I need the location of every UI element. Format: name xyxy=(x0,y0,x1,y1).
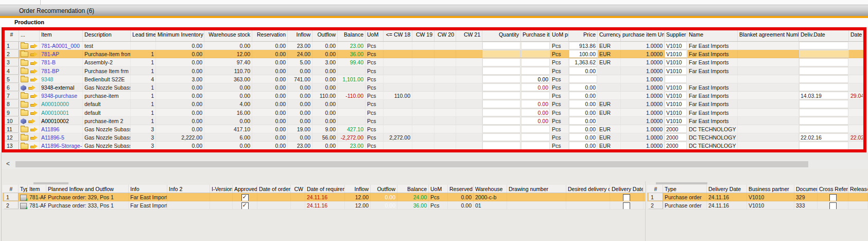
unchecked-checkbox[interactable] xyxy=(623,202,630,209)
planned-header-num[interactable]: # xyxy=(4,185,19,193)
production-cell-deliv[interactable] xyxy=(799,83,849,91)
planned-header-uom[interactable]: UoM xyxy=(429,185,448,193)
table-row[interactable]: 11A11896Gas Nozzle Subassembly30.00417.1… xyxy=(5,125,863,133)
mini-scrollbar-right[interactable] xyxy=(656,182,707,184)
production-cell-price[interactable]: 913.86 xyxy=(569,42,598,49)
production-cell-supplier[interactable]: V1010 xyxy=(665,42,687,49)
production-cell-price[interactable]: 0.00 xyxy=(569,142,598,149)
checked-checkbox[interactable] xyxy=(241,194,249,201)
production-cell-deliv[interactable] xyxy=(799,67,849,75)
production-cell-deliv[interactable] xyxy=(799,109,849,116)
production-cell-price[interactable] xyxy=(569,75,598,83)
unchecked-checkbox[interactable] xyxy=(829,194,837,201)
planned-header-approved[interactable]: Approved xyxy=(233,185,257,193)
production-cell-purch[interactable]: 0.00 xyxy=(521,100,550,108)
production-cell-qty[interactable] xyxy=(482,92,521,99)
production-header-cw21[interactable]: CW 21 xyxy=(456,30,482,41)
production-cell-deliv[interactable] xyxy=(799,142,849,149)
production-cell-qty[interactable] xyxy=(482,75,521,83)
production-header-resv[interactable]: Reservation xyxy=(252,30,288,41)
production-cell-supplier[interactable]: V1010 xyxy=(665,92,687,99)
production-cell-supplier[interactable]: V1010 xyxy=(665,50,687,58)
production-cell-purch[interactable]: 0.00 xyxy=(521,117,550,125)
production-header-uompu[interactable]: UoM purchase xyxy=(550,30,569,41)
window-titlebar[interactable]: Order Recommendation (6) xyxy=(0,5,868,16)
table-row[interactable]: 8A00010000default10.004.000.000.000.00Pc… xyxy=(5,100,863,108)
horizontal-scrollbar[interactable]: < xyxy=(2,160,868,169)
production-cell-qty[interactable] xyxy=(482,58,521,66)
item-link[interactable]: A11896-Storage-Rela xyxy=(40,142,83,149)
production-header-deliv[interactable]: Deliv.Date xyxy=(799,30,849,41)
production-cell-purch[interactable] xyxy=(521,58,550,66)
production-cell-supplier[interactable]: V1010 xyxy=(665,67,687,75)
table-row[interactable]: 1Purchase order24.11.16V1010329 xyxy=(647,193,868,201)
table-row[interactable]: 3781-BAssembly-210.0097.400.005.003.0099… xyxy=(5,58,863,66)
production-cell-qty[interactable] xyxy=(482,133,521,141)
link-arrow-icon[interactable] xyxy=(30,102,38,107)
production-cell-qty[interactable] xyxy=(482,67,521,75)
production-header-cw20[interactable]: CW 20 xyxy=(435,30,456,41)
link-arrow-icon[interactable] xyxy=(30,135,38,140)
production-cell-deliv[interactable] xyxy=(799,58,849,66)
link-arrow-icon[interactable] xyxy=(30,52,38,57)
planned-header-item[interactable]: Item xyxy=(28,185,46,193)
production-cell-deliv[interactable] xyxy=(799,100,849,108)
production-cell-qty[interactable] xyxy=(482,125,521,133)
production-cell-supplier[interactable]: V1010 xyxy=(665,58,687,66)
production-cell-purch[interactable]: 0.00 xyxy=(521,83,550,91)
link-arrow-icon[interactable] xyxy=(30,94,38,98)
production-header-dateo[interactable]: Date of xyxy=(849,30,863,41)
item-link[interactable]: A00010001 xyxy=(40,109,83,116)
production-header-num[interactable]: # xyxy=(5,30,19,41)
production-header-blanket[interactable]: Blanket agreement Number xyxy=(738,30,799,41)
production-cell-deliv[interactable]: 22.02.16 xyxy=(799,133,849,141)
production-cell-price[interactable]: 100.00 xyxy=(569,50,598,58)
table-row[interactable]: 1781-A0001_000test0.000.000.0023.000.002… xyxy=(5,42,863,50)
production-header-supplier[interactable]: Supplier xyxy=(665,30,687,41)
production-cell-purch[interactable] xyxy=(521,125,550,133)
production-cell-qty[interactable] xyxy=(482,83,521,91)
planned-header-desired[interactable]: Desired delivery date xyxy=(566,185,610,193)
production-cell-price[interactable]: 1,363.62 xyxy=(569,58,598,66)
production-cell-supplier[interactable] xyxy=(665,75,687,83)
production-cell-purch[interactable] xyxy=(521,67,550,75)
item-link[interactable]: 781-A0001_000 xyxy=(40,42,83,49)
unchecked-checkbox[interactable] xyxy=(829,202,837,209)
production-header-price[interactable]: Price xyxy=(569,30,598,41)
unchecked-checkbox[interactable] xyxy=(623,194,630,201)
item-link[interactable]: 9348 xyxy=(40,75,83,83)
production-header-purch[interactable]: Purchase item xyxy=(521,30,550,41)
production-header-name[interactable]: Name xyxy=(687,30,738,41)
documents-header-num[interactable]: # xyxy=(649,185,663,193)
production-cell-price[interactable]: 0.00 xyxy=(569,125,598,133)
production-cell-price[interactable]: 0.00 xyxy=(569,92,598,99)
production-cell-purch[interactable]: 0.00 xyxy=(521,109,550,116)
documents-cell-xref[interactable] xyxy=(818,193,848,201)
link-arrow-icon[interactable] xyxy=(30,69,38,74)
production-header-qty[interactable]: Quantity xyxy=(482,30,521,41)
production-header-desc[interactable]: Description xyxy=(83,30,131,41)
table-row[interactable]: 2781-APPurchase-Item from10.0012.000.002… xyxy=(5,50,863,58)
production-header-curr[interactable]: Currency xyxy=(598,30,621,41)
production-cell-deliv[interactable] xyxy=(799,75,849,83)
production-cell-price[interactable]: 0.00 xyxy=(569,67,598,75)
link-arrow-icon[interactable] xyxy=(30,44,38,48)
mini-scrollbar-left[interactable] xyxy=(33,182,68,184)
scroll-left-arrow[interactable]: < xyxy=(6,160,10,167)
documents-header-xref[interactable]: Cross Reference xyxy=(818,185,848,193)
production-cell-deliv[interactable] xyxy=(799,125,849,133)
production-cell-price[interactable]: 0.00 xyxy=(569,117,598,125)
production-cell-supplier[interactable]: V1010 xyxy=(665,109,687,116)
production-header-uom[interactable]: UoM xyxy=(366,30,384,41)
documents-header-doc[interactable]: Document xyxy=(794,185,818,193)
documents-header-bp[interactable]: Business partner xyxy=(747,185,794,193)
production-cell-purch[interactable]: 0.00 xyxy=(521,75,550,83)
item-link[interactable]: 781-BP xyxy=(40,67,83,75)
production-header-item[interactable]: Item xyxy=(40,30,83,41)
table-row[interactable]: 12A11896-5Gas Nozzle Subassembly32,222.0… xyxy=(5,133,863,142)
table-row[interactable]: 1781-APPurchase order: 329, Pos 1Far Eas… xyxy=(3,193,645,201)
table-row[interactable]: 2Purchase order24.11.16V1010333 xyxy=(647,201,868,210)
production-cell-qty[interactable] xyxy=(482,42,521,49)
production-cell-supplier[interactable]: V1010 xyxy=(665,100,687,108)
link-arrow-icon[interactable] xyxy=(30,127,38,132)
